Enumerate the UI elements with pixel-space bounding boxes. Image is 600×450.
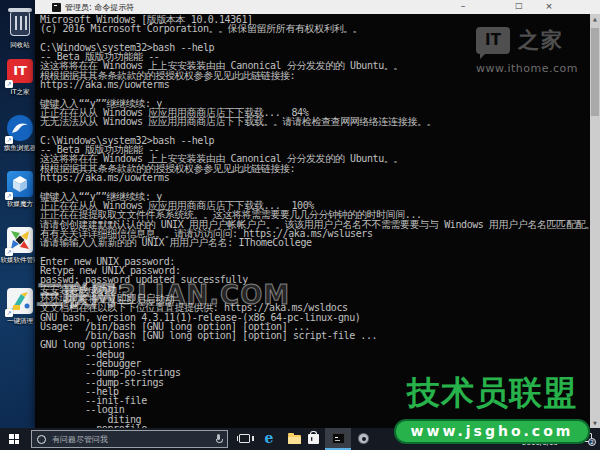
shortcut-arrow-icon: ↗	[5, 192, 13, 200]
shortcut-arrow-icon: ↗	[5, 248, 13, 256]
desktop-icon-ruanmei-mofang[interactable]: ↗ 软媒魔方	[0, 170, 40, 208]
jsgho-watermark-title: 技术员联盟	[394, 371, 590, 416]
shortcut-arrow-icon: ↗	[5, 80, 13, 88]
recycle-bin-icon	[6, 12, 34, 40]
desktop-icon-qiyu-browser[interactable]: ↗ 旗鱼浏览器	[0, 114, 40, 152]
desktop-icon-label: 回收站	[0, 42, 40, 49]
shortcut-arrow-icon: ↗	[5, 136, 13, 144]
cmd-taskbar-button-active[interactable]	[325, 428, 351, 450]
qiyu-browser-icon: ↗	[6, 115, 34, 143]
desktop-icon-label: 一键清理	[0, 318, 40, 325]
task-view-icon	[239, 434, 250, 443]
task-view-button[interactable]	[236, 428, 254, 450]
ithome-logo-icon: IT	[476, 27, 510, 54]
scrollbar-thumb[interactable]	[591, 28, 599, 116]
ithome-watermark: IT 之家 www.ithome.com	[476, 26, 586, 75]
software-manager-icon: ↗	[6, 227, 34, 255]
store-bag-icon	[308, 434, 319, 444]
windows-store-button[interactable]	[305, 428, 321, 450]
jsgho-watermark-url: www.jsgho.com	[394, 419, 590, 444]
windows-logo-icon	[9, 434, 19, 444]
desktop-screen: 回收站 IT ↗ IT之家 ↗ 旗鱼浏览器	[0, 0, 600, 450]
desktop-icon-label: IT之家	[0, 89, 40, 96]
cmd-icon	[332, 433, 345, 444]
cmd-window-icon	[52, 3, 61, 12]
shortcut-arrow-icon: ↗	[5, 309, 13, 317]
console-scrollbar[interactable]: ▲ ▼	[590, 14, 600, 428]
desktop-icon-ithome[interactable]: IT ↗ IT之家	[0, 58, 40, 96]
microphone-icon[interactable]	[216, 434, 221, 444]
ithome-watermark-url: www.ithome.com	[476, 62, 586, 75]
window-titlebar[interactable]: 管理员: 命令提示符 – □ ×	[35, 0, 600, 14]
clean-tool-icon: ↗	[6, 288, 34, 316]
window-title: 管理员: 命令提示符	[65, 2, 134, 13]
command-prompt-window: 管理员: 命令提示符 – □ × Microsoft Windows [版版本本…	[35, 0, 600, 428]
gear-icon	[359, 434, 368, 443]
edge-browser-button[interactable]: e	[260, 428, 278, 450]
desktop-icon-label: 旗鱼浏览器	[0, 145, 40, 152]
minimize-button[interactable]: –	[454, 0, 472, 13]
file-explorer-button[interactable]	[286, 428, 304, 450]
mofang-cube-icon: ↗	[6, 171, 34, 199]
folder-icon	[288, 435, 301, 444]
sanlian-watermark: 三联网3LIAN.COM	[37, 278, 290, 313]
scroll-up-icon[interactable]: ▲	[590, 14, 600, 24]
desktop-icon-recycle-bin[interactable]: 回收站	[0, 10, 40, 49]
console-output-text: Microsoft Windows [版版本本 10.0.14361] (c) …	[40, 15, 600, 428]
desktop-icon-label: 软媒软件管家	[0, 257, 40, 264]
search-placeholder: 有问题尽管问我	[52, 434, 108, 445]
cortana-icon	[37, 435, 46, 444]
close-button[interactable]: ×	[540, 0, 558, 13]
desktop-icon-one-key-clean[interactable]: ↗ 一键清理	[0, 287, 40, 325]
scroll-down-icon[interactable]: ▼	[590, 418, 600, 428]
maximize-button[interactable]: □	[510, 0, 528, 13]
desktop-icon-ruanmei-manager[interactable]: ↗ 软媒软件管家	[0, 226, 40, 264]
ithome-app-icon: IT ↗	[6, 59, 34, 87]
console-output-area[interactable]: Microsoft Windows [版版本本 10.0.14361] (c) …	[35, 14, 600, 428]
cortana-search-box[interactable]: 有问题尽管问我	[31, 430, 228, 448]
desktop-icon-label: 软媒魔方	[0, 201, 40, 208]
jsgho-watermark: 技术员联盟 www.jsgho.com	[394, 371, 590, 444]
settings-tray-button[interactable]	[357, 428, 371, 450]
start-button[interactable]	[0, 428, 28, 450]
